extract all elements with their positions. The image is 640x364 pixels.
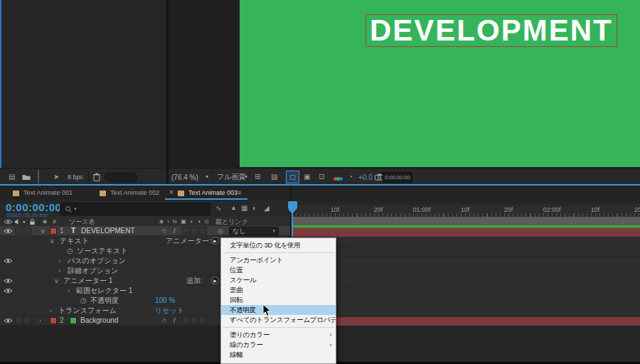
transparency-grid-icon[interactable]: ▨	[271, 173, 277, 181]
switch-cell[interactable]	[191, 316, 198, 324]
twirl-closed-icon[interactable]: ›	[58, 257, 60, 264]
layer-row-development[interactable]: ∨ 1 T DEVELOPMENT ◇ / ◎ なし▾	[0, 226, 290, 236]
menu-item-anchor-point[interactable]: アンカーポイント	[221, 255, 336, 265]
parent-dropdown[interactable]: なし▾	[229, 227, 279, 235]
label-color-swatch[interactable]	[50, 317, 57, 324]
twirl-closed-icon[interactable]: ›	[58, 267, 60, 274]
menu-item-stroke-color[interactable]: 線のカラー›	[221, 340, 336, 350]
quality-switch-icon[interactable]: /	[174, 228, 176, 234]
solo-toggle-cell[interactable]	[23, 227, 31, 235]
menu-item-rotation[interactable]: 回転	[221, 295, 336, 305]
draft-3d-icon[interactable]: ▲	[230, 205, 237, 211]
channel-rgb-icon[interactable]	[334, 171, 343, 183]
stopwatch-icon[interactable]: ◷	[67, 247, 73, 255]
tab-text-animate-001[interactable]: Text Animate 001	[23, 189, 73, 196]
stopwatch-icon[interactable]: ◷	[80, 297, 87, 304]
chevron-down-icon[interactable]: ▾	[245, 174, 247, 180]
timeline-graph-rows	[292, 237, 640, 317]
menu-item-position[interactable]: 位置	[221, 265, 336, 275]
interpret-footage-icon[interactable]: ▤	[9, 173, 15, 181]
project-panel[interactable]	[1, 0, 166, 168]
timeline-search-input[interactable]: ▾	[60, 203, 210, 215]
layer1-duration-bar[interactable]	[292, 228, 640, 237]
switch-cell[interactable]	[191, 227, 198, 235]
source-name-column-header[interactable]: ソース名	[69, 218, 95, 225]
region-of-interest-icon[interactable]: ▣	[304, 173, 310, 181]
parent-link-column-header[interactable]: 親とリンク	[215, 218, 248, 225]
twirl-closed-icon[interactable]: ›	[39, 317, 41, 323]
animator-add-button[interactable]: ▶	[211, 237, 219, 245]
playhead-handle[interactable]	[288, 201, 297, 209]
menu-item-all-transform-properties[interactable]: すべてのトランスフォームプロパティ	[221, 315, 336, 325]
pixel-aspect-icon[interactable]: ⊡	[319, 173, 324, 181]
audio-toggle-cell[interactable]	[15, 227, 23, 235]
switch-cell[interactable]	[199, 227, 207, 235]
property-label[interactable]: トランスフォーム	[58, 307, 117, 314]
switch-cell[interactable]	[182, 316, 190, 324]
eye-icon[interactable]	[4, 288, 13, 294]
time-ruler[interactable]: 10f 20f 01:00f 10f 20f 02:00f 10f 20f	[292, 205, 640, 218]
search-caret-icon: ▾	[74, 206, 77, 212]
property-label[interactable]: ソーステキスト	[77, 247, 127, 255]
fast-preview-icon[interactable]: ◔	[348, 173, 353, 181]
menu-item-opacity[interactable]: 不透明度	[221, 305, 336, 315]
property-label[interactable]: アニメーター 1	[63, 277, 112, 284]
eye-icon[interactable]	[4, 318, 13, 323]
choose-grid-icon[interactable]: ⊞	[255, 173, 260, 181]
label-color-swatch[interactable]	[50, 228, 57, 235]
twirl-closed-icon[interactable]: ›	[50, 307, 52, 314]
menu-item-fill-color[interactable]: 塗りのカラー›	[221, 330, 336, 340]
graph-editor-icon[interactable]: ◢	[264, 205, 270, 212]
switch-cell[interactable]	[199, 316, 207, 324]
resolution-dropdown[interactable]: フル画質	[217, 172, 245, 182]
eye-icon[interactable]	[4, 258, 13, 264]
pickwhip-icon[interactable]: ◎	[218, 228, 223, 234]
tab-menu-icon[interactable]: ≡	[238, 189, 241, 196]
reset-link[interactable]: リセット	[155, 307, 184, 314]
twirl-open-icon[interactable]: ∨	[54, 277, 59, 284]
layer2-duration-bar[interactable]	[292, 317, 640, 326]
position-switch-icon[interactable]: ◇	[162, 318, 166, 323]
property-label[interactable]: テキスト	[60, 237, 89, 245]
chevron-down-icon[interactable]: ▾	[206, 174, 208, 180]
motion-blur-icon[interactable]: ◐	[252, 205, 257, 212]
close-tab-icon[interactable]: ×	[169, 188, 174, 196]
menu-item-stroke-width[interactable]: 線幅	[221, 350, 336, 360]
animator-add-button[interactable]: ▶	[211, 277, 219, 284]
mask-visibility-toggle[interactable]: ▢	[286, 171, 299, 183]
text-selection-box[interactable]: DEVELOPMENT	[366, 14, 617, 47]
property-label[interactable]: 不透明度	[90, 297, 119, 304]
twirl-open-icon[interactable]: ∨	[50, 237, 55, 244]
comp-tab-icon	[178, 191, 184, 196]
position-switch-icon[interactable]: ◇	[162, 228, 166, 234]
audio-toggle-cell[interactable]	[15, 316, 23, 324]
quality-switch-icon[interactable]: /	[174, 317, 176, 323]
layer-name[interactable]: Background	[80, 317, 118, 324]
menu-item-per-character-3d[interactable]: 文字単位の 3D 化を使用	[221, 240, 336, 250]
property-label[interactable]: 詳細オプション	[68, 267, 118, 274]
eye-icon[interactable]	[4, 278, 13, 284]
tab-text-animate-002[interactable]: Text Animate 002	[110, 189, 159, 196]
eye-icon[interactable]	[4, 228, 13, 234]
opacity-value[interactable]: 100 %	[155, 297, 175, 304]
menu-item-scale[interactable]: スケール	[221, 275, 336, 285]
timeline-column-header: ● ◆ # ソース名 ◈\fx▣◐◑⊙ 親とリンク	[0, 217, 290, 227]
exposure-value[interactable]: +0.0	[358, 173, 373, 181]
send-icon[interactable]: ➤	[53, 173, 59, 181]
property-label[interactable]: パスのオプション	[68, 257, 126, 264]
frame-blend-icon[interactable]: ▦	[241, 205, 247, 212]
trash-icon[interactable]	[93, 173, 100, 181]
menu-item-skew[interactable]: 歪曲	[221, 285, 336, 295]
zoom-level-dropdown[interactable]: (76.4 %)	[171, 173, 198, 181]
twirl-open-icon[interactable]: ∨	[41, 228, 46, 234]
bit-depth-button[interactable]: 8 bpc	[68, 173, 83, 181]
comp-flowchart-icon[interactable]: ∿	[215, 205, 221, 212]
tab-text-animate-003[interactable]: Text Animate 003	[188, 189, 238, 196]
new-composition-icon[interactable]	[38, 171, 39, 183]
layer-name[interactable]: DEVELOPMENT	[81, 228, 135, 235]
switch-cell[interactable]	[182, 227, 190, 235]
property-label[interactable]: 範囲セレクター 1	[76, 287, 132, 294]
twirl-closed-icon[interactable]: ›	[68, 287, 70, 294]
new-folder-icon[interactable]	[22, 173, 31, 180]
solo-toggle-cell[interactable]	[23, 316, 31, 324]
